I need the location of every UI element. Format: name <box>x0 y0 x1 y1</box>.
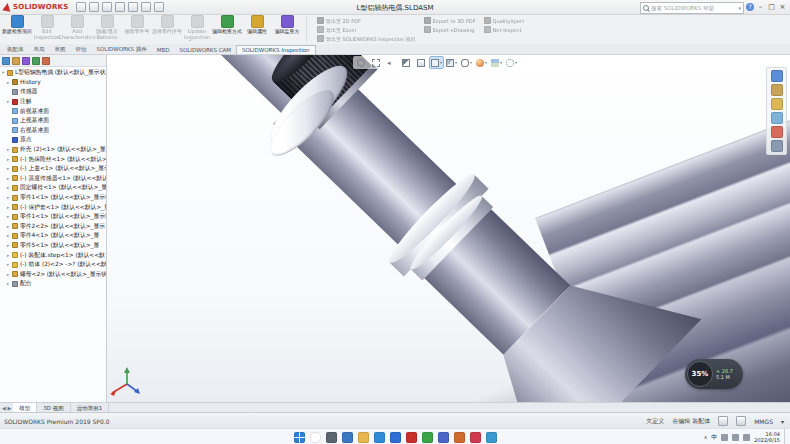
feature-tree-item[interactable]: ▸ (-) 保护套<1> (默认<<默认>_显 <box>0 202 106 212</box>
tab-scroll-arrows[interactable]: ◀ ▶ <box>2 405 11 411</box>
input-language-indicator[interactable]: 中 <box>711 433 717 442</box>
feature-tree-item[interactable]: 上视基准面 <box>0 116 106 126</box>
maximize-button[interactable]: □ <box>766 3 777 11</box>
feature-tree-item[interactable]: ▸ History <box>0 78 106 88</box>
configurationmanager-tab-icon[interactable] <box>22 57 30 65</box>
help-icon[interactable]: ? <box>746 3 754 11</box>
tab-evaluate[interactable]: 评估 <box>71 45 92 54</box>
save-file-icon[interactable] <box>102 2 112 12</box>
battery-icon[interactable] <box>743 434 750 441</box>
tab-solidworks-cam[interactable]: SOLIDWORKS CAM <box>174 46 236 54</box>
design-library-icon[interactable] <box>771 84 783 96</box>
qq-icon[interactable] <box>486 432 497 443</box>
qualityxpert-button[interactable]: QualityXpert <box>484 17 525 24</box>
view-palette-icon[interactable] <box>771 112 783 124</box>
dropdown-caret-icon[interactable]: ▾ <box>470 60 472 65</box>
feature-tree-item[interactable]: ▸ 零件1<1> (默认<<默认>_显示状 <box>0 212 106 222</box>
dimxpertmanager-tab-icon[interactable] <box>32 57 40 65</box>
search-box[interactable]: 搜索 SOLIDWORKS 帮助 ▾ <box>640 2 744 14</box>
remove-part-number-button[interactable]: 移除零件号 <box>122 14 152 44</box>
start-icon[interactable] <box>294 432 305 443</box>
performance-overlay[interactable]: 35% + 28.7 5.1 M <box>685 359 743 389</box>
tab-sketch[interactable]: 草图 <box>50 45 71 54</box>
file-explorer-icon[interactable] <box>771 98 783 110</box>
widgets-icon[interactable] <box>342 432 353 443</box>
balloons-button[interactable]: 隐藏/显示 Balloons <box>92 14 122 44</box>
units-caret-icon[interactable]: ▾ <box>781 418 784 425</box>
solidworks-resources-icon[interactable] <box>771 70 783 82</box>
add-characteristics-button[interactable]: Add Characteristics <box>62 14 92 44</box>
feature-tree-item[interactable]: ▸ 零件4<1> (默认<<默认>_显 <box>0 231 106 241</box>
feature-tree-item[interactable]: ▸ 零件2<2> (默认<<默认>_显示 <box>0 222 106 232</box>
zoom-area-icon[interactable] <box>370 57 383 68</box>
feature-tree-item[interactable]: ▸ 零件1<1> (默认<<默认>_显示状态 <box>0 193 106 203</box>
feature-tree-item[interactable]: ▸ (-) 箱体 (2)<2> ->? (默认<<默认 <box>0 260 106 270</box>
explorer-icon[interactable] <box>358 432 369 443</box>
feature-tree-item[interactable]: ▸ 螺母<2> (默认<<默认>_显示状 <box>0 269 106 279</box>
feature-tree-item[interactable]: ▸ (-) 温度传感器<1> (默认<<默认> <box>0 174 106 184</box>
export-sw-inspection-project-button[interactable]: 导出至 SOLIDWORKS Inspection 项目 <box>317 35 416 42</box>
feature-tree-item[interactable]: ▸ 外壳 (2)<1> (默认<<默认>_显示状 <box>0 145 106 155</box>
selection-filter-icon[interactable] <box>718 416 728 426</box>
store-icon[interactable] <box>390 432 401 443</box>
show-desktop-button[interactable] <box>784 429 787 444</box>
rebuild-icon[interactable] <box>141 2 151 12</box>
print-icon[interactable] <box>115 2 125 12</box>
view-settings-icon[interactable]: ▾ <box>505 57 518 68</box>
displaymanager-tab-icon[interactable] <box>42 57 50 65</box>
graphics-area[interactable]: ▾ ▾ ▾ ▾ ▾ ▾ <box>107 55 790 402</box>
apply-scene-icon[interactable]: ▾ <box>490 57 503 68</box>
export-2d-pdf-button[interactable]: 导出至 2D PDF <box>317 17 416 24</box>
feature-tree-item[interactable]: ▸ 固定螺栓<1> (默认<<默认>_显示状 <box>0 183 106 193</box>
new-inspection-project-button[interactable]: 新建检查项目 <box>2 14 32 44</box>
display-style-icon[interactable]: ▾ <box>445 57 458 68</box>
wechat-icon[interactable] <box>422 432 433 443</box>
feature-tree-item[interactable]: ▸ (-) 装配体.step<1> (默认<<默 <box>0 250 106 260</box>
feature-tree-item[interactable]: 原点 <box>0 135 106 145</box>
volume-icon[interactable] <box>721 434 728 441</box>
propertymanager-tab-icon[interactable] <box>12 57 20 65</box>
music-icon[interactable] <box>470 432 481 443</box>
custom-properties-icon[interactable] <box>771 140 783 152</box>
feature-tree-item[interactable]: ▸ 注解 <box>0 97 106 107</box>
tab-layout[interactable]: 布局 <box>29 45 50 54</box>
export-excel-button[interactable]: 导出至 Excel <box>317 26 416 33</box>
appearances-icon[interactable] <box>771 126 783 138</box>
close-button[interactable]: × <box>777 3 788 11</box>
edge-icon[interactable] <box>374 432 385 443</box>
search-caret-icon[interactable]: ▾ <box>738 5 741 11</box>
network-icon[interactable] <box>732 434 739 441</box>
update-inspection-project-button[interactable]: Update Inspection Project <box>182 14 212 44</box>
export-3d-pdf-button[interactable]: Export to 3D PDF <box>424 17 476 24</box>
dropdown-caret-icon[interactable]: ▾ <box>485 60 487 65</box>
feature-tree-root[interactable]: ▾ L型铝轴热电偶 (默认<默认_显示状态-1 <box>0 68 106 78</box>
tab-mbd[interactable]: MBD <box>152 46 175 54</box>
edit-properties-button[interactable]: 编辑属性 <box>242 14 272 44</box>
feature-tree-item[interactable]: ▸ (-) 热保险丝<1> (默认<<默认>_显 <box>0 154 106 164</box>
previous-view-icon[interactable] <box>385 57 398 68</box>
featuremanager-tab-icon[interactable] <box>2 57 10 65</box>
taskbar-search-icon[interactable] <box>310 432 321 443</box>
hide-show-items-icon[interactable]: ▾ <box>460 57 473 68</box>
edit-appearance-icon[interactable]: ▾ <box>475 57 488 68</box>
new-file-icon[interactable] <box>76 2 86 12</box>
tab-solidworks-addins[interactable]: SOLIDWORKS 插件 <box>92 45 152 54</box>
taskbar-clock[interactable]: 16:04 2022/8/15 <box>754 431 780 443</box>
edit-audit-button[interactable]: 编辑监查方 <box>272 14 302 44</box>
select-balloon-button[interactable]: 选择零件序号 <box>152 14 182 44</box>
tab-assembly[interactable]: 装配体 <box>2 45 29 54</box>
dropdown-caret-icon[interactable]: ▾ <box>455 60 457 65</box>
view-orientation-icon[interactable]: ▾ <box>430 57 443 68</box>
undo-icon[interactable] <box>128 2 138 12</box>
zoom-fit-icon[interactable] <box>355 57 368 68</box>
feature-tree-item[interactable]: 前视基准面 <box>0 106 106 116</box>
cad-icon[interactable] <box>454 432 465 443</box>
feature-tree-item[interactable]: 传感器 <box>0 87 106 97</box>
feature-tree-item[interactable]: 右视基准面 <box>0 126 106 136</box>
tag-icon[interactable] <box>736 416 746 426</box>
dropdown-caret-icon[interactable]: ▾ <box>500 60 502 65</box>
units-indicator[interactable]: MMGS <box>754 418 773 425</box>
word-icon[interactable] <box>438 432 449 443</box>
feature-tree-item[interactable]: ▸ 配合 <box>0 279 106 289</box>
minimize-button[interactable]: – <box>755 3 766 11</box>
